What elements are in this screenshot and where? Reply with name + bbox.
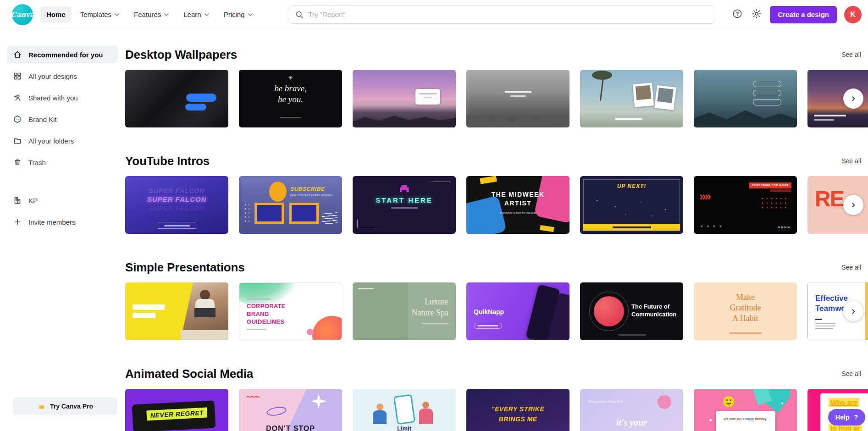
section-title: YouTube Intros [125, 154, 210, 168]
crown-icon [37, 402, 46, 411]
building-icon [13, 196, 22, 205]
see-all-link[interactable]: See all [841, 264, 861, 271]
see-all-link[interactable]: See all [841, 370, 861, 377]
template-card-row: CORPORATEBRANDGUIDELINESLuxureNature Spa… [125, 282, 868, 340]
scroll-next-button[interactable]: › [843, 301, 863, 321]
section-header: Animated Social MediaSee all [125, 366, 868, 381]
sidebar-nav: Recommended for youAll your designsShare… [0, 46, 125, 231]
card-text: CORPORATE [247, 303, 286, 310]
sidebar-item-shared-with-you[interactable]: Shared with you [7, 89, 118, 106]
nav-item-learn[interactable]: Learn [177, 6, 215, 22]
template-card[interactable] [125, 70, 228, 127]
template-card[interactable]: "EVERY STRIKEBRINGS ME [466, 389, 569, 431]
template-card[interactable] [125, 282, 228, 340]
canva-logo[interactable]: Canva [12, 4, 33, 25]
scroll-next-button[interactable]: › [843, 195, 863, 215]
card-shape [422, 323, 448, 324]
svg-text:?: ? [736, 11, 739, 17]
help-badge[interactable]: Help ? [828, 409, 865, 425]
section-title: Desktop Wallpapers [125, 48, 237, 62]
template-card[interactable]: START HERE [353, 176, 456, 234]
paint-stroke-yellow [540, 225, 554, 232]
template-card[interactable]: NEVER REGRET [125, 389, 228, 431]
card-shape [815, 328, 833, 329]
card-text: DON'T STOP [239, 425, 342, 431]
see-all-link[interactable]: See all [841, 157, 861, 165]
try-canva-pro-button[interactable]: Try Canva Pro [13, 398, 117, 415]
orange-circle [269, 182, 287, 202]
card-text: SUBSCRIBE [290, 186, 325, 193]
sidebar-item-trash[interactable]: Trash [7, 154, 118, 171]
search-bar[interactable] [289, 6, 715, 24]
template-card[interactable]: MakeGratitudeA Habit [694, 282, 797, 340]
top-actions: ? Create a design K [731, 6, 862, 23]
sidebar-item-team-kp[interactable]: KP [7, 192, 118, 209]
template-card[interactable]: CORPORATEBRANDGUIDELINES [239, 282, 342, 340]
person-body [419, 409, 433, 424]
card-text: NEW CONTENT EVERY MONDAY [290, 194, 333, 197]
template-card[interactable]: ✳be brave,be you. [239, 70, 342, 127]
content-section: Simple PresentationsSee allCORPORATEBRAN… [125, 260, 868, 340]
sidebar-item-label: Trash [28, 159, 46, 166]
sidebar-item-brand-kit[interactable]: coBrand Kit [7, 111, 118, 128]
person-head [200, 290, 210, 300]
card-text: Who are [829, 398, 859, 407]
nav-item-pricing[interactable]: Pricing [218, 6, 259, 22]
create-a-design-button[interactable]: Create a design [770, 6, 837, 23]
card-text: Limit [353, 425, 456, 431]
card-shape [391, 207, 418, 209]
sidebar-item-all-your-folders[interactable]: All your folders [7, 132, 118, 149]
phone-illustration [393, 394, 415, 425]
template-card[interactable]: Limitin-person [353, 389, 456, 431]
sidebar-item-recommended-for-you[interactable]: Recommended for you [7, 46, 118, 63]
template-card[interactable]: LuxureNature Spa [353, 282, 456, 340]
avatar[interactable]: K [844, 6, 862, 23]
confetti [709, 419, 712, 421]
template-card[interactable] [694, 70, 797, 127]
card-text: Fueled by a love for the arts [466, 211, 569, 215]
content-section: Desktop WallpapersSee all✳be brave,be yo… [125, 47, 868, 127]
template-card[interactable]: THE MIDWEEKARTISTFueled by a love for th… [466, 176, 569, 234]
sidebar-item-all-your-designs[interactable]: All your designs [7, 67, 118, 85]
card-text: We wish you a happy birthday! [724, 417, 767, 421]
template-card[interactable] [580, 70, 683, 127]
blob [658, 395, 671, 409]
help-icon: ? [732, 8, 743, 21]
folder-icon [13, 136, 22, 145]
nav-item-home[interactable]: Home [40, 6, 72, 22]
nav-item-features[interactable]: Features [128, 6, 175, 22]
svg-text:co: co [16, 118, 19, 121]
card-text: Luxure [425, 297, 448, 307]
template-card[interactable]: SUBSCRIBENEW CONTENT EVERY MONDAY [239, 176, 342, 234]
card-shape [478, 325, 498, 326]
card-text: RE [815, 186, 844, 211]
template-card[interactable]: ~~~DON'T STOP [239, 389, 342, 431]
template-card[interactable]: QuikNapp [466, 282, 569, 340]
template-card[interactable]: The Future ofCommunication [580, 282, 683, 340]
scroll-next-button[interactable]: › [843, 88, 863, 109]
help-icon[interactable]: ? [731, 9, 743, 21]
stars [597, 200, 597, 201]
template-card[interactable] [466, 70, 569, 127]
see-all-link[interactable]: See all [841, 51, 861, 58]
nav-item-templates[interactable]: Templates [74, 6, 125, 22]
red-squiggle: ~~~ [246, 392, 260, 402]
template-card[interactable] [353, 70, 456, 127]
template-card[interactable]: »»SUBSCRIBE FOR MORE✕ ✕ ✕ ✕»»»» [694, 176, 797, 234]
template-card[interactable]: We wish you a happy birthday! [694, 389, 797, 431]
sidebar-item-invite-members[interactable]: Invite members [7, 213, 118, 231]
shared-users-icon [13, 93, 22, 102]
template-card[interactable]: UP NEXT! [580, 176, 683, 234]
template-card[interactable]: SUPER FALCONSUPER FALCONSUPER FALCON [125, 176, 228, 234]
gear-icon[interactable] [751, 9, 763, 21]
card-text: QuikNapp [474, 308, 504, 315]
search-input[interactable] [309, 11, 709, 18]
template-card[interactable]: Somelove Lifestyleit's your [580, 389, 683, 431]
chevron-down-icon [205, 13, 209, 16]
template-card-row: SUPER FALCONSUPER FALCONSUPER FALCONSUBS… [125, 176, 868, 234]
home-icon [13, 50, 22, 59]
sidebar-item-label: Shared with you [28, 94, 78, 102]
person-head [376, 403, 383, 410]
nav-item-label: Pricing [224, 11, 245, 18]
red-chevrons: »» [699, 190, 710, 204]
